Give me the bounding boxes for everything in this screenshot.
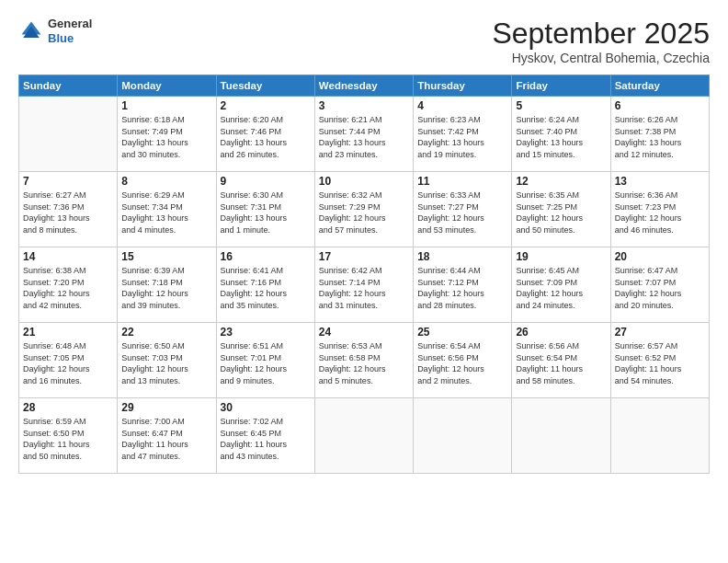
calendar-cell: 9Sunrise: 6:30 AM Sunset: 7:31 PM Daylig… (216, 172, 314, 247)
day-number: 3 (319, 99, 409, 112)
day-number: 24 (319, 326, 409, 339)
calendar-table: SundayMondayTuesdayWednesdayThursdayFrid… (18, 75, 710, 474)
day-number: 5 (516, 99, 606, 112)
calendar-cell: 7Sunrise: 6:27 AM Sunset: 7:36 PM Daylig… (19, 172, 118, 247)
day-number: 7 (23, 175, 113, 188)
weekday-header-friday: Friday (512, 75, 610, 97)
day-number: 16 (221, 250, 311, 263)
day-number: 15 (121, 250, 211, 263)
day-number: 1 (121, 99, 211, 112)
day-detail: Sunrise: 6:41 AM Sunset: 7:16 PM Dayligh… (221, 265, 311, 311)
calendar-cell (512, 398, 610, 474)
day-number: 22 (121, 326, 211, 339)
day-number: 10 (319, 175, 409, 188)
week-row-3: 14Sunrise: 6:38 AM Sunset: 7:20 PM Dayli… (19, 247, 710, 323)
weekday-header-saturday: Saturday (610, 75, 709, 97)
calendar-cell (19, 97, 118, 172)
day-number: 25 (417, 326, 507, 339)
day-number: 19 (516, 250, 606, 263)
calendar-cell (610, 398, 709, 474)
calendar-cell: 20Sunrise: 6:47 AM Sunset: 7:07 PM Dayli… (610, 247, 709, 323)
day-detail: Sunrise: 7:02 AM Sunset: 6:45 PM Dayligh… (221, 416, 311, 462)
calendar-cell: 18Sunrise: 6:44 AM Sunset: 7:12 PM Dayli… (414, 247, 512, 323)
day-number: 26 (516, 326, 606, 339)
week-row-2: 7Sunrise: 6:27 AM Sunset: 7:36 PM Daylig… (19, 172, 710, 247)
day-number: 4 (417, 99, 507, 112)
day-detail: Sunrise: 6:51 AM Sunset: 7:01 PM Dayligh… (221, 340, 311, 386)
title-block: September 2025 Hyskov, Central Bohemia, … (492, 17, 710, 65)
day-detail: Sunrise: 6:48 AM Sunset: 7:05 PM Dayligh… (23, 340, 113, 386)
calendar-cell: 24Sunrise: 6:53 AM Sunset: 6:58 PM Dayli… (314, 323, 413, 398)
calendar-cell: 2Sunrise: 6:20 AM Sunset: 7:46 PM Daylig… (216, 97, 314, 172)
calendar-cell: 28Sunrise: 6:59 AM Sunset: 6:50 PM Dayli… (19, 398, 118, 474)
week-row-5: 28Sunrise: 6:59 AM Sunset: 6:50 PM Dayli… (19, 398, 710, 474)
day-detail: Sunrise: 6:38 AM Sunset: 7:20 PM Dayligh… (23, 265, 113, 311)
calendar-cell: 26Sunrise: 6:56 AM Sunset: 6:54 PM Dayli… (512, 323, 610, 398)
calendar-cell: 23Sunrise: 6:51 AM Sunset: 7:01 PM Dayli… (216, 323, 314, 398)
day-detail: Sunrise: 7:00 AM Sunset: 6:47 PM Dayligh… (121, 416, 211, 462)
day-detail: Sunrise: 6:44 AM Sunset: 7:12 PM Dayligh… (417, 265, 507, 311)
calendar-cell: 15Sunrise: 6:39 AM Sunset: 7:18 PM Dayli… (118, 247, 216, 323)
day-number: 6 (615, 99, 705, 112)
day-number: 17 (319, 250, 409, 263)
calendar-cell: 5Sunrise: 6:24 AM Sunset: 7:40 PM Daylig… (512, 97, 610, 172)
calendar-header: SundayMondayTuesdayWednesdayThursdayFrid… (19, 75, 710, 97)
day-number: 23 (221, 326, 311, 339)
calendar-cell: 19Sunrise: 6:45 AM Sunset: 7:09 PM Dayli… (512, 247, 610, 323)
calendar-cell: 22Sunrise: 6:50 AM Sunset: 7:03 PM Dayli… (118, 323, 216, 398)
calendar-body: 1Sunrise: 6:18 AM Sunset: 7:49 PM Daylig… (19, 97, 710, 474)
day-detail: Sunrise: 6:23 AM Sunset: 7:42 PM Dayligh… (417, 114, 507, 160)
calendar-cell: 21Sunrise: 6:48 AM Sunset: 7:05 PM Dayli… (19, 323, 118, 398)
day-detail: Sunrise: 6:47 AM Sunset: 7:07 PM Dayligh… (615, 265, 705, 311)
calendar-cell (414, 398, 512, 474)
calendar-cell: 12Sunrise: 6:35 AM Sunset: 7:25 PM Dayli… (512, 172, 610, 247)
day-detail: Sunrise: 6:54 AM Sunset: 6:56 PM Dayligh… (417, 340, 507, 386)
calendar-cell: 1Sunrise: 6:18 AM Sunset: 7:49 PM Daylig… (118, 97, 216, 172)
page: General Blue September 2025 Hyskov, Cent… (0, 0, 728, 563)
day-detail: Sunrise: 6:36 AM Sunset: 7:23 PM Dayligh… (615, 190, 705, 236)
month-year: September 2025 (492, 17, 710, 51)
day-detail: Sunrise: 6:27 AM Sunset: 7:36 PM Dayligh… (23, 190, 113, 236)
calendar-cell: 30Sunrise: 7:02 AM Sunset: 6:45 PM Dayli… (216, 398, 314, 474)
calendar-cell: 27Sunrise: 6:57 AM Sunset: 6:52 PM Dayli… (610, 323, 709, 398)
day-detail: Sunrise: 6:20 AM Sunset: 7:46 PM Dayligh… (221, 114, 311, 160)
day-detail: Sunrise: 6:45 AM Sunset: 7:09 PM Dayligh… (516, 265, 606, 311)
weekday-row: SundayMondayTuesdayWednesdayThursdayFrid… (19, 75, 710, 97)
calendar-cell: 10Sunrise: 6:32 AM Sunset: 7:29 PM Dayli… (314, 172, 413, 247)
calendar-cell: 13Sunrise: 6:36 AM Sunset: 7:23 PM Dayli… (610, 172, 709, 247)
day-detail: Sunrise: 6:32 AM Sunset: 7:29 PM Dayligh… (319, 190, 409, 236)
week-row-4: 21Sunrise: 6:48 AM Sunset: 7:05 PM Dayli… (19, 323, 710, 398)
day-detail: Sunrise: 6:42 AM Sunset: 7:14 PM Dayligh… (319, 265, 409, 311)
logo: General Blue (18, 17, 92, 45)
day-number: 13 (615, 175, 705, 188)
day-number: 27 (615, 326, 705, 339)
calendar-cell: 3Sunrise: 6:21 AM Sunset: 7:44 PM Daylig… (314, 97, 413, 172)
calendar-cell: 29Sunrise: 7:00 AM Sunset: 6:47 PM Dayli… (118, 398, 216, 474)
calendar-cell: 17Sunrise: 6:42 AM Sunset: 7:14 PM Dayli… (314, 247, 413, 323)
calendar-cell: 6Sunrise: 6:26 AM Sunset: 7:38 PM Daylig… (610, 97, 709, 172)
logo-text: General Blue (48, 17, 92, 45)
day-number: 18 (417, 250, 507, 263)
day-detail: Sunrise: 6:26 AM Sunset: 7:38 PM Dayligh… (615, 114, 705, 160)
weekday-header-wednesday: Wednesday (314, 75, 413, 97)
day-number: 30 (221, 401, 311, 414)
day-number: 9 (221, 175, 311, 188)
calendar-cell: 11Sunrise: 6:33 AM Sunset: 7:27 PM Dayli… (414, 172, 512, 247)
day-detail: Sunrise: 6:33 AM Sunset: 7:27 PM Dayligh… (417, 190, 507, 236)
day-detail: Sunrise: 6:35 AM Sunset: 7:25 PM Dayligh… (516, 190, 606, 236)
calendar-cell: 16Sunrise: 6:41 AM Sunset: 7:16 PM Dayli… (216, 247, 314, 323)
calendar-cell: 25Sunrise: 6:54 AM Sunset: 6:56 PM Dayli… (414, 323, 512, 398)
week-row-1: 1Sunrise: 6:18 AM Sunset: 7:49 PM Daylig… (19, 97, 710, 172)
weekday-header-thursday: Thursday (414, 75, 512, 97)
day-number: 28 (23, 401, 113, 414)
logo-icon (18, 18, 44, 44)
day-detail: Sunrise: 6:29 AM Sunset: 7:34 PM Dayligh… (121, 190, 211, 236)
day-detail: Sunrise: 6:57 AM Sunset: 6:52 PM Dayligh… (615, 340, 705, 386)
calendar-cell: 8Sunrise: 6:29 AM Sunset: 7:34 PM Daylig… (118, 172, 216, 247)
day-detail: Sunrise: 6:18 AM Sunset: 7:49 PM Dayligh… (121, 114, 211, 160)
day-detail: Sunrise: 6:21 AM Sunset: 7:44 PM Dayligh… (319, 114, 409, 160)
calendar-cell: 14Sunrise: 6:38 AM Sunset: 7:20 PM Dayli… (19, 247, 118, 323)
weekday-header-tuesday: Tuesday (216, 75, 314, 97)
calendar-cell (314, 398, 413, 474)
day-number: 14 (23, 250, 113, 263)
